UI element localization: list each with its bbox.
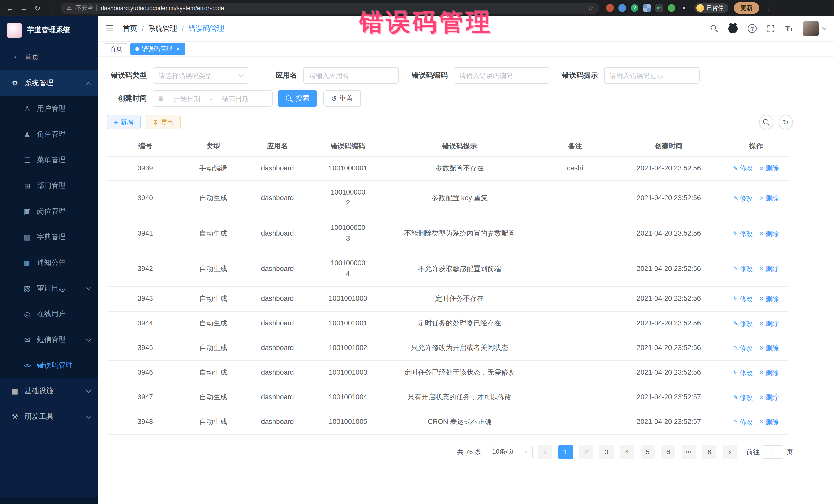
chevron-down-icon[interactable] [822, 26, 827, 30]
ext-grid-icon[interactable] [643, 4, 651, 12]
next-page-button[interactable]: › [723, 445, 737, 459]
filter-input[interactable] [604, 67, 700, 84]
sidebar-item-tool[interactable]: ⚒研发工具 [0, 404, 97, 430]
table-row: 3947自动生成dashboard1001001004只有开启状态的任务，才可以… [107, 385, 789, 410]
collapse-sidebar-icon[interactable]: ☰ [106, 23, 114, 34]
delete-link[interactable]: ✕删除 [759, 343, 779, 354]
ext-red-icon[interactable] [606, 4, 614, 12]
browser-home-button[interactable]: ⌂ [47, 4, 56, 12]
delete-link[interactable]: ✕删除 [759, 229, 779, 239]
tab-首页[interactable]: 首页 [105, 43, 127, 55]
sidebar-logo[interactable]: 芋道管理系统 [0, 16, 97, 45]
delete-link[interactable]: ✕删除 [759, 294, 779, 304]
edit-link[interactable]: ✎修改 [733, 229, 753, 239]
table-body: 3939手动编辑dashboard1001000001参数配置不存在ceshi2… [107, 156, 789, 435]
help-icon[interactable]: ? [748, 24, 757, 33]
sidebar-item-menu[interactable]: ☰菜单管理 [0, 147, 97, 173]
dashboard-icon: ◔ [10, 53, 20, 62]
reset-button[interactable]: ↺ 重置 [323, 90, 361, 107]
page-button-3[interactable]: 3 [599, 445, 614, 459]
ext-v-icon[interactable]: V [631, 4, 638, 12]
filter-field[interactable] [610, 72, 694, 79]
filter-input[interactable] [454, 67, 549, 84]
ext-leaf-icon[interactable] [668, 4, 675, 12]
delete-link[interactable]: ✕删除 [759, 163, 779, 174]
add-button[interactable]: + 新增 [107, 115, 140, 129]
delete-link[interactable]: ✕删除 [759, 264, 779, 274]
date-range-picker[interactable]: ▦ - [153, 90, 272, 107]
filter-field[interactable] [459, 72, 544, 79]
address-bar[interactable]: ⚠ 不安全 dashboard.yudao.iocoder.cn/system/… [61, 2, 599, 14]
sidebar-item-notice[interactable]: ▥通知公告 [0, 250, 97, 276]
toggle-search-button[interactable] [759, 115, 773, 129]
edit-link[interactable]: ✎修改 [733, 163, 753, 174]
browser-back-button[interactable]: ← [5, 4, 14, 12]
tab-错误码管理[interactable]: 错误码管理× [130, 43, 185, 55]
edit-link[interactable]: ✎修改 [733, 319, 753, 329]
sidebar-item-system[interactable]: ⚙系统管理 [0, 70, 97, 96]
browser-profile-badge[interactable]: 已暂停 [695, 3, 728, 13]
filter-field[interactable] [309, 72, 393, 79]
browser-update-button[interactable]: 更新 [734, 2, 759, 14]
edit-link[interactable]: ✎修改 [733, 194, 753, 204]
edit-link[interactable]: ✎修改 [733, 294, 753, 304]
ext-on-icon[interactable]: on [655, 4, 663, 12]
edit-link[interactable]: ✎修改 [733, 368, 753, 378]
edit-link[interactable]: ✎修改 [733, 417, 753, 428]
page-button-8[interactable]: 8 [702, 445, 717, 459]
edit-link[interactable]: ✎修改 [733, 343, 753, 354]
filter-input[interactable] [303, 67, 399, 84]
font-size-icon[interactable]: T [786, 24, 793, 33]
sidebar-item-role[interactable]: ♟角色管理 [0, 122, 97, 147]
sidebar-item-auditlog[interactable]: ▧审计日志 [0, 276, 97, 301]
page-size-select[interactable]: 10条/页 [487, 445, 533, 459]
ext-paw-icon[interactable]: ✦ [680, 4, 688, 12]
sidebar-item-user[interactable]: ♙用户管理 [0, 96, 97, 122]
filter-select[interactable] [153, 67, 248, 84]
sidebar-item-online[interactable]: ◎在线用户 [0, 301, 97, 327]
edit-link[interactable]: ✎修改 [733, 264, 753, 274]
search-icon[interactable] [710, 25, 718, 32]
sidebar-item-dept[interactable]: ⊞部门管理 [0, 173, 97, 199]
browser-menu-icon[interactable]: ⋮ [764, 4, 772, 12]
goto-page-input[interactable] [763, 445, 783, 459]
sidebar-item-dict[interactable]: ▤字典管理 [0, 224, 97, 250]
ext-blue-icon[interactable] [618, 4, 626, 12]
prev-page-button[interactable]: ‹ [538, 445, 552, 459]
fullscreen-icon[interactable] [767, 24, 775, 32]
delete-link[interactable]: ✕删除 [759, 368, 779, 378]
user-avatar[interactable] [803, 21, 819, 36]
breadcrumb-item[interactable]: 系统管理 [148, 24, 177, 33]
delete-link[interactable]: ✕删除 [759, 319, 779, 329]
sidebar-item-sms[interactable]: ✉短信管理 [0, 327, 97, 353]
filter-field[interactable] [159, 72, 243, 79]
close-icon[interactable]: × [176, 46, 180, 52]
sidebar-item-home[interactable]: ◔首页 [0, 45, 97, 70]
export-button[interactable]: ↧ 导出 [146, 115, 181, 129]
sidebar-item-label: 研发工具 [25, 412, 82, 421]
sidebar-item-post[interactable]: ▣岗位管理 [0, 199, 97, 224]
browser-forward-button[interactable]: → [19, 4, 28, 12]
browser-reload-button[interactable]: ↻ [33, 4, 42, 12]
refresh-button[interactable]: ↻ [778, 115, 793, 129]
page-button-•••[interactable]: ••• [682, 445, 696, 459]
sidebar-item-infra[interactable]: ▦基础设施 [0, 378, 97, 404]
page-button-6[interactable]: 6 [661, 445, 675, 459]
breadcrumb-item[interactable]: 首页 [123, 24, 137, 33]
edit-link[interactable]: ✎修改 [733, 393, 753, 403]
end-date-input[interactable] [215, 95, 256, 103]
delete-label: 删除 [766, 417, 779, 428]
delete-link[interactable]: ✕删除 [759, 417, 779, 428]
cell-id: 3947 [107, 385, 184, 410]
page-button-2[interactable]: 2 [579, 445, 593, 459]
search-button[interactable]: 搜索 [278, 90, 317, 107]
github-icon[interactable] [728, 24, 738, 33]
delete-link[interactable]: ✕删除 [759, 194, 779, 204]
start-date-input[interactable] [167, 95, 207, 103]
delete-link[interactable]: ✕删除 [759, 393, 779, 403]
bookmark-star-icon[interactable]: ☆ [587, 4, 593, 12]
page-button-5[interactable]: 5 [640, 445, 655, 459]
page-button-4[interactable]: 4 [620, 445, 634, 459]
sidebar-item-errorcode[interactable]: </>错误码管理 [0, 353, 97, 378]
page-button-1[interactable]: 1 [558, 445, 573, 459]
